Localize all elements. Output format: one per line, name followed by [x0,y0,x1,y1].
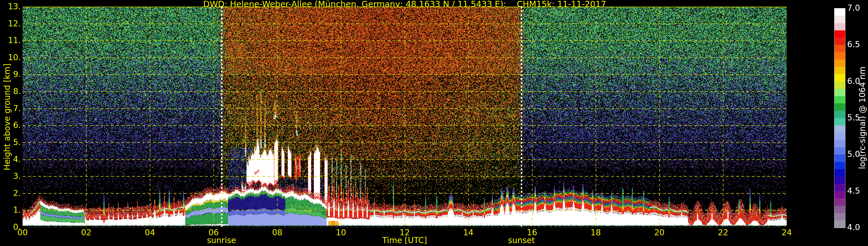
colorbar-segment [834,133,845,140]
colorbar-segment [834,8,845,16]
ceilometer-heatmap [23,7,787,227]
y-tick-label: 13. [1,2,21,11]
colorbar [834,8,845,228]
y-tick-label: 9. [1,69,21,79]
y-tick-label: 5. [1,137,21,147]
colorbar-segment [834,184,845,191]
y-tick-label: 6. [1,120,21,130]
colorbar-segment [834,74,845,81]
colorbar-tick-label: 4.5 [847,186,860,196]
colorbar-segment [834,23,845,30]
y-tick-label: 4. [1,155,21,164]
x-tick-label: 10 [336,228,346,237]
colorbar-segment [834,60,845,67]
x-tick-label: 02 [81,228,91,237]
colorbar-segment [834,155,845,162]
y-tick-label: 11. [1,36,21,45]
x-tick-label: 04 [145,228,155,237]
colorbar-segment [834,140,845,147]
colorbar-segment [834,118,845,125]
colorbar-segment [834,103,845,111]
colorbar-tick-label: 6.5 [847,40,860,49]
x-tick-label: 08 [272,228,283,237]
colorbar-segment [834,147,845,155]
colorbar-segment [834,169,845,177]
x-tick-label: 14 [463,228,474,237]
ceilometer-quicklook: DWD: Helene-Weber-Allee (München, German… [0,0,868,246]
colorbar-segment [834,111,845,118]
colorbar-segment [834,67,845,74]
y-tick-label: 3. [1,171,21,181]
y-tick-label: 1. [1,205,21,215]
x-tick-label: 20 [654,228,664,237]
colorbar-segment [834,30,845,38]
colorbar-segment [834,198,845,206]
x-tick-label: 18 [591,228,601,237]
colorbar-segment [834,220,845,228]
y-tick-label: 0. [1,222,21,232]
colorbar-segment [834,206,845,213]
colorbar-segment [834,177,845,184]
colorbar-segment [834,45,845,52]
colorbar-segment [834,52,845,60]
colorbar-segment [834,213,845,220]
y-tick-label: 10. [1,53,21,62]
colorbar-title: log(rc-signal) @ 1064 nm [858,67,867,169]
colorbar-segment [834,82,845,89]
colorbar-segment [834,38,845,45]
y-tick-label: 7. [1,103,21,113]
colorbar-segment [834,191,845,198]
x-tick-label: 22 [718,228,728,237]
x-tick-label: 16 [527,228,537,237]
colorbar-segment [834,96,845,103]
colorbar-tick-label: 4.0 [847,222,860,232]
x-tick-label: 06 [208,228,219,237]
colorbar-segment [834,16,845,23]
colorbar-segment [834,125,845,132]
colorbar-segment [834,162,845,169]
y-tick-label: 2. [1,188,21,198]
y-tick-label: 8. [1,87,21,96]
colorbar-segment [834,89,845,96]
x-tick-label: 24 [781,228,792,237]
y-tick-label: 12. [1,19,21,28]
x-tick-label: 12 [400,228,410,237]
colorbar-tick-label: 7.0 [847,3,860,13]
